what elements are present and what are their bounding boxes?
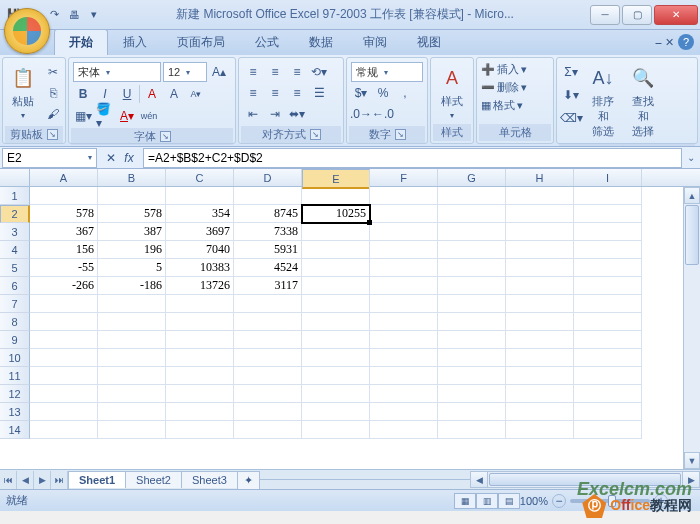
close-button[interactable]: ✕ bbox=[654, 5, 698, 25]
row-header-5[interactable]: 5 bbox=[0, 259, 30, 277]
cell-A4[interactable]: 156 bbox=[30, 241, 98, 259]
row-header-6[interactable]: 6 bbox=[0, 277, 30, 295]
page-layout-view-icon[interactable]: ▥ bbox=[476, 493, 498, 509]
sheet-tab-Sheet3[interactable]: Sheet3 bbox=[181, 471, 238, 488]
cell-E2[interactable]: 10255 bbox=[302, 205, 370, 223]
autosum-icon[interactable]: Σ▾ bbox=[561, 62, 581, 82]
cell-I5[interactable] bbox=[574, 259, 642, 277]
cell-D14[interactable] bbox=[234, 421, 302, 439]
copy-icon[interactable]: ⎘ bbox=[43, 83, 63, 103]
merge-icon[interactable]: ⬌▾ bbox=[287, 104, 307, 124]
cell-F9[interactable] bbox=[370, 331, 438, 349]
row-header-10[interactable]: 10 bbox=[0, 349, 30, 367]
cell-C6[interactable]: 13726 bbox=[166, 277, 234, 295]
scroll-thumb[interactable] bbox=[685, 205, 699, 265]
row-header-2[interactable]: 2 bbox=[0, 205, 30, 223]
cell-A11[interactable] bbox=[30, 367, 98, 385]
cell-D13[interactable] bbox=[234, 403, 302, 421]
sheet-prev-icon[interactable]: ◀ bbox=[17, 471, 34, 489]
cell-I12[interactable] bbox=[574, 385, 642, 403]
sheet-tab-Sheet2[interactable]: Sheet2 bbox=[125, 471, 182, 488]
cell-C1[interactable] bbox=[166, 187, 234, 205]
font-color-a-icon[interactable]: A bbox=[142, 84, 162, 104]
cell-D4[interactable]: 5931 bbox=[234, 241, 302, 259]
col-header-C[interactable]: C bbox=[166, 169, 234, 186]
cell-A14[interactable] bbox=[30, 421, 98, 439]
cell-I11[interactable] bbox=[574, 367, 642, 385]
row-header-9[interactable]: 9 bbox=[0, 331, 30, 349]
row-header-14[interactable]: 14 bbox=[0, 421, 30, 439]
row-header-13[interactable]: 13 bbox=[0, 403, 30, 421]
cell-H1[interactable] bbox=[506, 187, 574, 205]
insert-cells-button[interactable]: ➕ 插入 ▾ bbox=[481, 62, 527, 77]
print-icon[interactable]: 🖶 bbox=[66, 7, 82, 23]
cell-E7[interactable] bbox=[302, 295, 370, 313]
cell-I9[interactable] bbox=[574, 331, 642, 349]
cell-F2[interactable] bbox=[370, 205, 438, 223]
cell-E12[interactable] bbox=[302, 385, 370, 403]
align-right-icon[interactable]: ≡ bbox=[287, 83, 307, 103]
decrease-indent-icon[interactable]: ⇤ bbox=[243, 104, 263, 124]
cell-F11[interactable] bbox=[370, 367, 438, 385]
sheet-next-icon[interactable]: ▶ bbox=[34, 471, 51, 489]
row-header-3[interactable]: 3 bbox=[0, 223, 30, 241]
cell-A10[interactable] bbox=[30, 349, 98, 367]
cell-I3[interactable] bbox=[574, 223, 642, 241]
cell-A7[interactable] bbox=[30, 295, 98, 313]
row-header-8[interactable]: 8 bbox=[0, 313, 30, 331]
cell-B7[interactable] bbox=[98, 295, 166, 313]
cell-H9[interactable] bbox=[506, 331, 574, 349]
cell-B13[interactable] bbox=[98, 403, 166, 421]
align-left-icon[interactable]: ≡ bbox=[243, 83, 263, 103]
col-header-I[interactable]: I bbox=[574, 169, 642, 186]
number-format-select[interactable]: 常规▾ bbox=[351, 62, 423, 82]
cell-B14[interactable] bbox=[98, 421, 166, 439]
sort-filter-button[interactable]: A↓ 排序和 筛选 bbox=[585, 62, 621, 141]
cell-I1[interactable] bbox=[574, 187, 642, 205]
cell-D1[interactable] bbox=[234, 187, 302, 205]
cell-C12[interactable] bbox=[166, 385, 234, 403]
cell-G3[interactable] bbox=[438, 223, 506, 241]
cell-B12[interactable] bbox=[98, 385, 166, 403]
cell-I8[interactable] bbox=[574, 313, 642, 331]
cell-B10[interactable] bbox=[98, 349, 166, 367]
minimize-ribbon-icon[interactable]: ‒ ✕ bbox=[655, 36, 674, 49]
cell-F4[interactable] bbox=[370, 241, 438, 259]
cell-F12[interactable] bbox=[370, 385, 438, 403]
cell-C11[interactable] bbox=[166, 367, 234, 385]
cell-E3[interactable] bbox=[302, 223, 370, 241]
font-name-select[interactable]: 宋体▾ bbox=[73, 62, 161, 82]
row-header-11[interactable]: 11 bbox=[0, 367, 30, 385]
row-header-7[interactable]: 7 bbox=[0, 295, 30, 313]
font-size-select[interactable]: 12▾ bbox=[163, 62, 207, 82]
cell-I10[interactable] bbox=[574, 349, 642, 367]
clipboard-launcher-icon[interactable]: ↘ bbox=[47, 129, 58, 140]
new-sheet-icon[interactable]: ✦ bbox=[237, 471, 260, 489]
cell-G13[interactable] bbox=[438, 403, 506, 421]
cell-H11[interactable] bbox=[506, 367, 574, 385]
tab-审阅[interactable]: 审阅 bbox=[348, 29, 402, 55]
cell-C3[interactable]: 3697 bbox=[166, 223, 234, 241]
cell-I13[interactable] bbox=[574, 403, 642, 421]
name-box[interactable]: E2▾ bbox=[2, 148, 97, 168]
col-header-B[interactable]: B bbox=[98, 169, 166, 186]
fill-color-icon[interactable]: 🪣▾ bbox=[95, 106, 115, 126]
cell-H3[interactable] bbox=[506, 223, 574, 241]
cell-E9[interactable] bbox=[302, 331, 370, 349]
cell-F5[interactable] bbox=[370, 259, 438, 277]
cell-D8[interactable] bbox=[234, 313, 302, 331]
cell-B1[interactable] bbox=[98, 187, 166, 205]
cell-C2[interactable]: 354 bbox=[166, 205, 234, 223]
cell-C10[interactable] bbox=[166, 349, 234, 367]
cell-D10[interactable] bbox=[234, 349, 302, 367]
row-header-4[interactable]: 4 bbox=[0, 241, 30, 259]
border-icon[interactable]: ▦▾ bbox=[73, 106, 93, 126]
col-header-F[interactable]: F bbox=[370, 169, 438, 186]
cell-A5[interactable]: -55 bbox=[30, 259, 98, 277]
bold-icon[interactable]: B bbox=[73, 84, 93, 104]
cell-C8[interactable] bbox=[166, 313, 234, 331]
cell-D7[interactable] bbox=[234, 295, 302, 313]
tab-公式[interactable]: 公式 bbox=[240, 29, 294, 55]
cell-G6[interactable] bbox=[438, 277, 506, 295]
cell-E6[interactable] bbox=[302, 277, 370, 295]
